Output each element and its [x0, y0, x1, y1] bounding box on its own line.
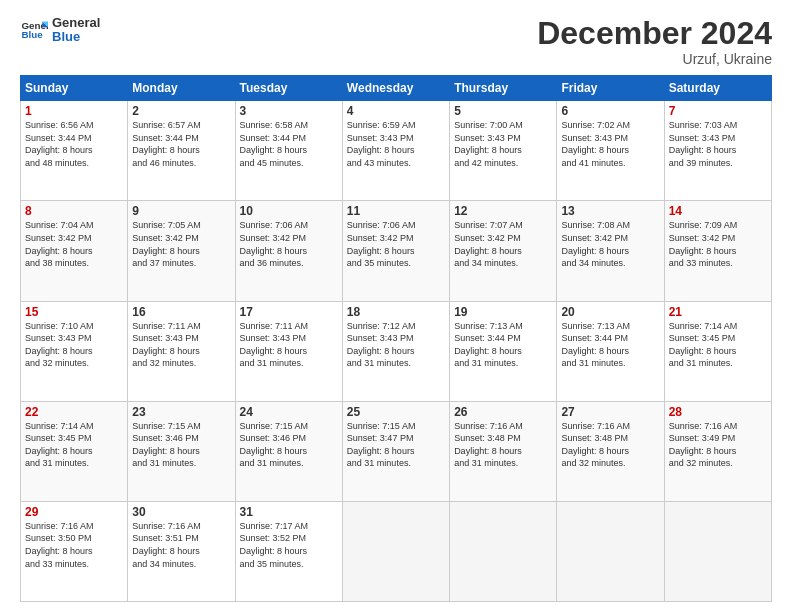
table-row: 24Sunrise: 7:15 AM Sunset: 3:46 PM Dayli… [235, 401, 342, 501]
day-info: Sunrise: 7:15 AM Sunset: 3:46 PM Dayligh… [132, 420, 230, 470]
day-number: 26 [454, 405, 552, 419]
table-row: 14Sunrise: 7:09 AM Sunset: 3:42 PM Dayli… [664, 201, 771, 301]
table-row: 2Sunrise: 6:57 AM Sunset: 3:44 PM Daylig… [128, 101, 235, 201]
table-row: 23Sunrise: 7:15 AM Sunset: 3:46 PM Dayli… [128, 401, 235, 501]
table-row: 10Sunrise: 7:06 AM Sunset: 3:42 PM Dayli… [235, 201, 342, 301]
col-wednesday: Wednesday [342, 76, 449, 101]
table-row: 17Sunrise: 7:11 AM Sunset: 3:43 PM Dayli… [235, 301, 342, 401]
day-info: Sunrise: 7:11 AM Sunset: 3:43 PM Dayligh… [240, 320, 338, 370]
day-info: Sunrise: 7:04 AM Sunset: 3:42 PM Dayligh… [25, 219, 123, 269]
logo: General Blue General Blue [20, 16, 100, 45]
day-info: Sunrise: 7:11 AM Sunset: 3:43 PM Dayligh… [132, 320, 230, 370]
calendar-week-2: 8Sunrise: 7:04 AM Sunset: 3:42 PM Daylig… [21, 201, 772, 301]
table-row [664, 501, 771, 601]
day-number: 21 [669, 305, 767, 319]
day-number: 8 [25, 204, 123, 218]
table-row: 4Sunrise: 6:59 AM Sunset: 3:43 PM Daylig… [342, 101, 449, 201]
day-info: Sunrise: 7:16 AM Sunset: 3:48 PM Dayligh… [561, 420, 659, 470]
logo-line1: General [52, 16, 100, 30]
day-number: 29 [25, 505, 123, 519]
table-row: 6Sunrise: 7:02 AM Sunset: 3:43 PM Daylig… [557, 101, 664, 201]
table-row: 9Sunrise: 7:05 AM Sunset: 3:42 PM Daylig… [128, 201, 235, 301]
table-row [450, 501, 557, 601]
header: General Blue General Blue December 2024 … [20, 16, 772, 67]
day-number: 4 [347, 104, 445, 118]
day-number: 13 [561, 204, 659, 218]
day-number: 7 [669, 104, 767, 118]
day-number: 5 [454, 104, 552, 118]
table-row: 21Sunrise: 7:14 AM Sunset: 3:45 PM Dayli… [664, 301, 771, 401]
day-info: Sunrise: 7:03 AM Sunset: 3:43 PM Dayligh… [669, 119, 767, 169]
svg-text:Blue: Blue [21, 30, 43, 41]
table-row [557, 501, 664, 601]
day-number: 23 [132, 405, 230, 419]
day-number: 14 [669, 204, 767, 218]
day-number: 1 [25, 104, 123, 118]
day-number: 22 [25, 405, 123, 419]
day-number: 31 [240, 505, 338, 519]
calendar: Sunday Monday Tuesday Wednesday Thursday… [20, 75, 772, 602]
day-number: 30 [132, 505, 230, 519]
col-tuesday: Tuesday [235, 76, 342, 101]
day-number: 9 [132, 204, 230, 218]
day-info: Sunrise: 7:08 AM Sunset: 3:42 PM Dayligh… [561, 219, 659, 269]
col-friday: Friday [557, 76, 664, 101]
day-info: Sunrise: 7:16 AM Sunset: 3:51 PM Dayligh… [132, 520, 230, 570]
day-number: 20 [561, 305, 659, 319]
table-row: 31Sunrise: 7:17 AM Sunset: 3:52 PM Dayli… [235, 501, 342, 601]
month-year: December 2024 [537, 16, 772, 51]
table-row: 1Sunrise: 6:56 AM Sunset: 3:44 PM Daylig… [21, 101, 128, 201]
col-saturday: Saturday [664, 76, 771, 101]
calendar-week-5: 29Sunrise: 7:16 AM Sunset: 3:50 PM Dayli… [21, 501, 772, 601]
day-number: 18 [347, 305, 445, 319]
day-info: Sunrise: 7:14 AM Sunset: 3:45 PM Dayligh… [25, 420, 123, 470]
table-row: 8Sunrise: 7:04 AM Sunset: 3:42 PM Daylig… [21, 201, 128, 301]
logo-line2: Blue [52, 30, 100, 44]
table-row: 26Sunrise: 7:16 AM Sunset: 3:48 PM Dayli… [450, 401, 557, 501]
table-row [342, 501, 449, 601]
day-number: 15 [25, 305, 123, 319]
day-info: Sunrise: 7:09 AM Sunset: 3:42 PM Dayligh… [669, 219, 767, 269]
day-info: Sunrise: 6:59 AM Sunset: 3:43 PM Dayligh… [347, 119, 445, 169]
day-info: Sunrise: 6:57 AM Sunset: 3:44 PM Dayligh… [132, 119, 230, 169]
day-info: Sunrise: 6:58 AM Sunset: 3:44 PM Dayligh… [240, 119, 338, 169]
day-number: 19 [454, 305, 552, 319]
day-info: Sunrise: 7:14 AM Sunset: 3:45 PM Dayligh… [669, 320, 767, 370]
col-sunday: Sunday [21, 76, 128, 101]
table-row: 22Sunrise: 7:14 AM Sunset: 3:45 PM Dayli… [21, 401, 128, 501]
page: General Blue General Blue December 2024 … [0, 0, 792, 612]
day-info: Sunrise: 7:16 AM Sunset: 3:48 PM Dayligh… [454, 420, 552, 470]
day-info: Sunrise: 7:00 AM Sunset: 3:43 PM Dayligh… [454, 119, 552, 169]
calendar-week-3: 15Sunrise: 7:10 AM Sunset: 3:43 PM Dayli… [21, 301, 772, 401]
table-row: 16Sunrise: 7:11 AM Sunset: 3:43 PM Dayli… [128, 301, 235, 401]
day-number: 24 [240, 405, 338, 419]
day-number: 28 [669, 405, 767, 419]
title-block: December 2024 Urzuf, Ukraine [537, 16, 772, 67]
day-info: Sunrise: 7:15 AM Sunset: 3:47 PM Dayligh… [347, 420, 445, 470]
table-row: 28Sunrise: 7:16 AM Sunset: 3:49 PM Dayli… [664, 401, 771, 501]
table-row: 11Sunrise: 7:06 AM Sunset: 3:42 PM Dayli… [342, 201, 449, 301]
day-info: Sunrise: 7:10 AM Sunset: 3:43 PM Dayligh… [25, 320, 123, 370]
day-number: 3 [240, 104, 338, 118]
table-row: 20Sunrise: 7:13 AM Sunset: 3:44 PM Dayli… [557, 301, 664, 401]
calendar-week-4: 22Sunrise: 7:14 AM Sunset: 3:45 PM Dayli… [21, 401, 772, 501]
day-info: Sunrise: 7:15 AM Sunset: 3:46 PM Dayligh… [240, 420, 338, 470]
table-row: 13Sunrise: 7:08 AM Sunset: 3:42 PM Dayli… [557, 201, 664, 301]
day-info: Sunrise: 7:06 AM Sunset: 3:42 PM Dayligh… [240, 219, 338, 269]
day-info: Sunrise: 7:17 AM Sunset: 3:52 PM Dayligh… [240, 520, 338, 570]
table-row: 25Sunrise: 7:15 AM Sunset: 3:47 PM Dayli… [342, 401, 449, 501]
day-info: Sunrise: 6:56 AM Sunset: 3:44 PM Dayligh… [25, 119, 123, 169]
day-info: Sunrise: 7:05 AM Sunset: 3:42 PM Dayligh… [132, 219, 230, 269]
table-row: 27Sunrise: 7:16 AM Sunset: 3:48 PM Dayli… [557, 401, 664, 501]
day-number: 16 [132, 305, 230, 319]
table-row: 18Sunrise: 7:12 AM Sunset: 3:43 PM Dayli… [342, 301, 449, 401]
day-info: Sunrise: 7:07 AM Sunset: 3:42 PM Dayligh… [454, 219, 552, 269]
table-row: 30Sunrise: 7:16 AM Sunset: 3:51 PM Dayli… [128, 501, 235, 601]
day-number: 17 [240, 305, 338, 319]
header-row: Sunday Monday Tuesday Wednesday Thursday… [21, 76, 772, 101]
table-row: 29Sunrise: 7:16 AM Sunset: 3:50 PM Dayli… [21, 501, 128, 601]
location: Urzuf, Ukraine [537, 51, 772, 67]
day-info: Sunrise: 7:12 AM Sunset: 3:43 PM Dayligh… [347, 320, 445, 370]
table-row: 19Sunrise: 7:13 AM Sunset: 3:44 PM Dayli… [450, 301, 557, 401]
table-row: 7Sunrise: 7:03 AM Sunset: 3:43 PM Daylig… [664, 101, 771, 201]
